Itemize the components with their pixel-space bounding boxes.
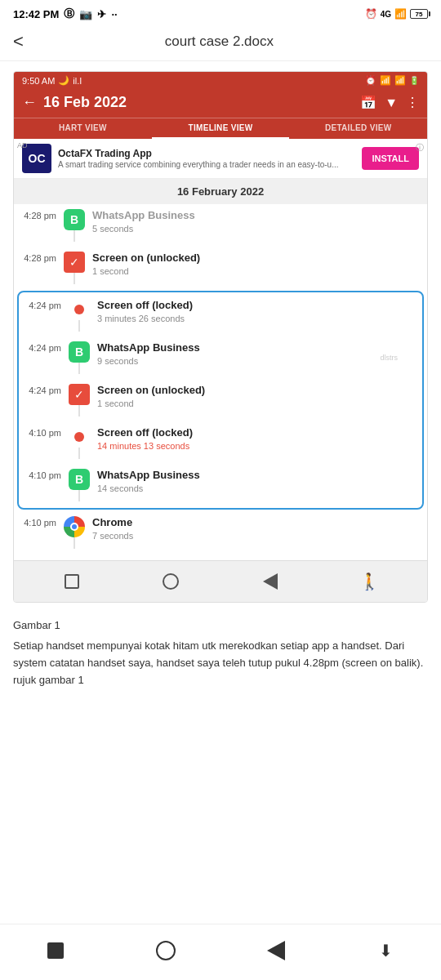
phone-alarm: 🌙	[58, 75, 69, 86]
filter-icon[interactable]: ▼	[385, 96, 398, 110]
content-1: WhatsApp Business 5 seconds	[92, 209, 419, 234]
timeline-item-8: 4:10 pm Chrome 7 seconds	[14, 511, 427, 554]
item-title-5: Screen on (unlocked)	[97, 384, 414, 398]
ad-info-icon[interactable]: ⓘ	[416, 142, 424, 154]
phone-signal: il.I	[73, 76, 82, 86]
tab-chart-view[interactable]: HART VIEW	[14, 118, 152, 139]
back-button[interactable]: <	[13, 31, 24, 52]
bottom-nav-square[interactable]	[39, 934, 72, 967]
b-icon: Ⓑ	[64, 7, 74, 21]
screen-on-icon-2: ✓	[69, 384, 90, 405]
phone-battery: 🔋	[409, 76, 419, 85]
icon-col-1: B	[63, 209, 86, 242]
item-duration-2: 1 second	[92, 266, 419, 276]
icon-col-5: ✓	[68, 384, 91, 416]
time-7: 4:10 pm	[27, 469, 61, 480]
phone-tabs: HART VIEW TIMELINE VIEW DETAILED VIEW	[14, 118, 427, 139]
telegram-icon: ✈	[97, 8, 106, 20]
item-title-2: Screen on (unlocked)	[92, 252, 419, 265]
phone-nav-person[interactable]: 🚶	[357, 569, 381, 594]
signal-4g: 4G	[381, 10, 391, 19]
timeline-item-4: 4:24 pm B WhatsApp Business 9 seconds dl…	[19, 336, 422, 379]
phone-nav-square[interactable]	[60, 569, 84, 594]
icon-col-6	[68, 426, 91, 459]
screenshot-container: 9:50 AM 🌙 il.I ⏰ 📶 📶 🔋 ← 16 Feb 2022 📅 ▼…	[13, 71, 428, 603]
document-title: court case 2.docx	[37, 33, 402, 50]
time-4: 4:24 pm	[27, 341, 61, 353]
item-duration-5: 1 second	[97, 399, 414, 408]
item-title-8: Chrome	[92, 516, 419, 530]
whatsapp-business-icon-2: B	[69, 341, 90, 363]
timeline-item-7: 4:10 pm B WhatsApp Business 14 seconds	[19, 464, 422, 506]
document-text: Setiap handset mempunyai kotak hitam utk…	[13, 638, 428, 688]
phone-status-bar: 9:50 AM 🌙 il.I ⏰ 📶 📶 🔋	[14, 72, 427, 89]
chrome-icon	[64, 516, 85, 537]
date-header: 16 February 2022	[14, 179, 427, 204]
bottom-nav-home[interactable]	[149, 934, 182, 967]
status-right: ⏰ 4G 📶 75	[365, 8, 428, 20]
item-duration-8: 7 seconds	[92, 531, 419, 541]
phone-bottom-nav: 🚶	[14, 560, 427, 602]
content-4: WhatsApp Business 9 seconds	[97, 341, 414, 366]
time-1: 4:28 pm	[22, 209, 56, 220]
time-8: 4:10 pm	[22, 516, 56, 528]
content-6: Screen off (locked) 14 minutes 13 second…	[97, 426, 414, 451]
screen-off-dot-2	[74, 432, 84, 442]
status-left: 12:42 PM Ⓑ 📷 ✈ ··	[13, 7, 118, 21]
time-2: 4:28 pm	[22, 252, 56, 263]
phone-nav-back[interactable]	[258, 569, 283, 594]
timeline-item-5: 4:24 pm ✓ Screen on (unlocked) 1 second	[19, 379, 422, 421]
bottom-nav-bar: ⬇	[0, 924, 441, 980]
ad-title: OctaFX Trading App	[58, 148, 355, 159]
phone-back-btn[interactable]: ←	[22, 94, 37, 111]
item-title-3: Screen off (locked)	[97, 299, 414, 313]
item-title-1: WhatsApp Business	[92, 209, 419, 223]
time-display: 12:42 PM	[13, 8, 59, 20]
content-2: Screen on (unlocked) 1 second	[92, 252, 419, 276]
item-duration-3: 3 minutes 26 seconds	[97, 314, 414, 323]
item-duration-6: 14 minutes 13 seconds	[97, 441, 414, 451]
ad-banner-wrapper: AD OC OctaFX Trading App A smart trading…	[14, 139, 427, 179]
bottom-nav-back[interactable]	[260, 934, 292, 967]
content-5: Screen on (unlocked) 1 second	[97, 384, 414, 408]
ad-label: AD	[17, 141, 28, 149]
content-8: Chrome 7 seconds	[92, 516, 419, 541]
whatsapp-business-icon-1: B	[64, 209, 85, 230]
timeline: 4:28 pm B WhatsApp Business 5 seconds 4:…	[14, 204, 427, 560]
phone-wifi: 📶	[394, 75, 406, 86]
timeline-item-3: 4:24 pm Screen off (locked) 3 minutes 26…	[19, 294, 422, 336]
alarm-icon: ⏰	[365, 8, 377, 20]
ad-install-button[interactable]: INSTALL	[362, 147, 419, 170]
item-duration-1: 5 seconds	[92, 224, 419, 234]
icon-col-7: B	[68, 469, 91, 501]
item-duration-7: 14 seconds	[97, 483, 414, 493]
bottom-nav-download[interactable]: ⬇	[370, 934, 403, 967]
top-nav: < court case 2.docx	[0, 24, 441, 61]
watermark: dlstrs	[380, 354, 398, 362]
tab-detailed-view[interactable]: DETAILED VIEW	[289, 118, 427, 139]
app-icon-1: 📷	[79, 8, 92, 20]
screen-off-dot-1	[74, 305, 84, 314]
dots: ··	[111, 8, 117, 20]
icon-col-8	[63, 516, 86, 549]
battery-icon: 75	[410, 9, 428, 19]
item-title-6: Screen off (locked)	[97, 426, 414, 440]
document-section: Gambar 1 Setiap handset mempunyai kotak …	[0, 612, 441, 698]
content-7: WhatsApp Business 14 seconds	[97, 469, 414, 493]
time-6: 4:10 pm	[27, 426, 61, 438]
screen-on-icon-1: ✓	[64, 252, 85, 273]
more-icon[interactable]: ⋮	[406, 95, 419, 110]
timeline-item-6: 4:10 pm Screen off (locked) 14 minutes 1…	[19, 421, 422, 464]
figure-label: Gambar 1	[13, 619, 428, 631]
phone-nav-home[interactable]	[158, 569, 183, 594]
phone-header-date: 16 Feb 2022	[43, 94, 127, 111]
icon-col-2: ✓	[63, 252, 86, 284]
tab-timeline-view[interactable]: TIMELINE VIEW	[152, 118, 290, 139]
time-5: 4:24 pm	[27, 384, 61, 395]
ad-description: A smart trading service combining everyt…	[58, 159, 355, 170]
timeline-item-1: 4:28 pm B WhatsApp Business 5 seconds	[14, 204, 427, 247]
item-duration-4: 9 seconds	[97, 356, 414, 366]
calendar-icon[interactable]: 📅	[360, 95, 376, 110]
phone-app-header: ← 16 Feb 2022 📅 ▼ ⋮	[14, 89, 427, 118]
icon-col-4: B	[68, 341, 91, 374]
